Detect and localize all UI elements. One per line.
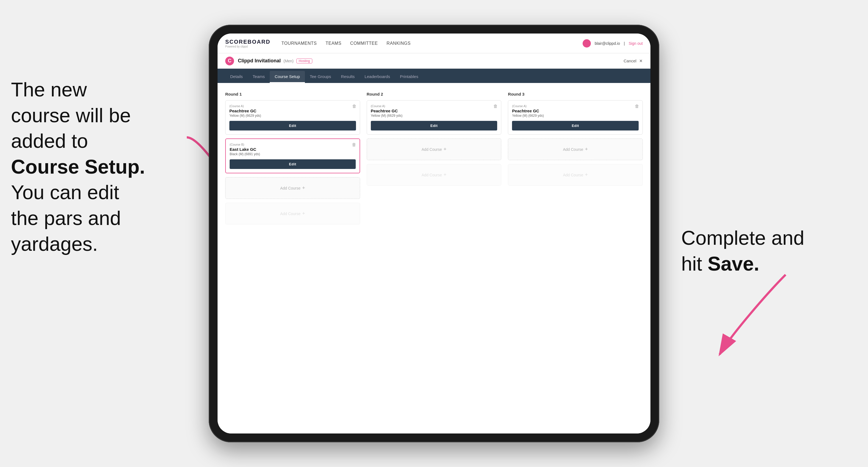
round1-add-course-1-label: Add Course: [280, 186, 301, 190]
nav-avatar: [583, 39, 591, 48]
round2-course-a-edit-button[interactable]: Edit: [371, 121, 497, 130]
tablet-frame: SCOREBOARD Powered by clippd TOURNAMENTS…: [209, 25, 659, 442]
scoreboard-logo: SCOREBOARD Powered by clippd: [225, 39, 270, 48]
round2-add-course-2-plus-icon: +: [444, 172, 446, 178]
nav-link-rankings[interactable]: RANKINGS: [386, 41, 411, 46]
round3-add-course-2-label: Add Course: [563, 173, 583, 177]
round1-course-b-card: 🗑 (Course B) East Lake GC Black (M) (689…: [225, 138, 360, 173]
round3-add-course-1[interactable]: Add Course +: [508, 138, 643, 160]
tab-course-setup[interactable]: Course Setup: [270, 71, 305, 83]
nav-link-committee[interactable]: COMMITTEE: [350, 41, 378, 46]
tabs-bar: Details Teams Course Setup Tee Groups Re…: [218, 69, 650, 83]
round2-add-course-2-label: Add Course: [422, 173, 442, 177]
annotation-left-text: The new course will be added to Course S…: [11, 79, 145, 255]
round2-add-course-1-plus-icon: +: [444, 147, 446, 152]
round1-course-b-label: (Course B): [229, 143, 356, 146]
arrow-right-icon: [709, 269, 802, 363]
round2-add-course-1-label: Add Course: [422, 147, 442, 152]
round3-course-a-delete-icon[interactable]: 🗑: [635, 104, 639, 109]
round3-course-a-card: 🗑 (Course A) Peachtree GC Yellow (M) (66…: [508, 100, 643, 134]
sign-out-link[interactable]: Sign out: [629, 41, 643, 45]
round3-course-a-info: Yellow (M) (6629 yds): [512, 114, 639, 118]
round2-course-a-label: (Course A): [371, 104, 497, 108]
round1-course-b-delete-icon[interactable]: 🗑: [352, 142, 356, 147]
round1-course-a-card: 🗑 (Course A) Peachtree GC Yellow (M) (66…: [225, 100, 360, 134]
round3-course-a-label: (Course A): [512, 104, 639, 108]
round2-course-a-card: 🗑 (Course A) Peachtree GC Yellow (M) (66…: [367, 100, 502, 134]
tab-teams[interactable]: Teams: [248, 71, 270, 83]
round2-course-a-info: Yellow (M) (6629 yds): [371, 114, 497, 118]
round-2-title: Round 2: [367, 92, 502, 96]
round1-add-course-1-plus-icon: +: [302, 185, 305, 191]
round-3-title: Round 3: [508, 92, 643, 96]
round1-course-b-info: Black (M) (6891 yds): [229, 152, 356, 156]
annotation-right-text: Complete and hit Save.: [681, 227, 804, 275]
round3-add-course-1-label: Add Course: [563, 147, 583, 152]
tournament-tag: (Men): [283, 59, 293, 63]
user-email: blair@clippd.io: [595, 41, 620, 45]
round1-course-a-delete-icon[interactable]: 🗑: [352, 104, 356, 109]
round1-add-course-2-plus-icon: +: [302, 211, 305, 216]
round-1-title: Round 1: [225, 92, 360, 96]
round2-add-course-1[interactable]: Add Course +: [367, 138, 502, 160]
round1-course-b-edit-button[interactable]: Edit: [229, 159, 356, 169]
sub-header: C Clippd Invitational (Men) Hosting Canc…: [218, 53, 650, 69]
round1-course-a-name: Peachtree GC: [229, 108, 356, 113]
pipe-separator: |: [624, 41, 625, 45]
round1-course-a-edit-button[interactable]: Edit: [229, 121, 356, 130]
round1-add-course-1[interactable]: Add Course +: [225, 177, 360, 199]
logo-title: SCOREBOARD: [225, 39, 270, 45]
round3-add-course-2-plus-icon: +: [585, 172, 588, 178]
nav-user: blair@clippd.io | Sign out: [583, 39, 643, 48]
nav-link-tournaments[interactable]: TOURNAMENTS: [281, 41, 317, 46]
content-area: Round 1 🗑 (Course A) Peachtree GC Yellow…: [218, 83, 650, 434]
round2-course-a-delete-icon[interactable]: 🗑: [493, 104, 498, 109]
annotation-left: The new course will be added to Course S…: [11, 77, 198, 257]
cancel-icon: ✕: [639, 59, 643, 63]
logo-subtitle: Powered by clippd: [225, 45, 270, 48]
tournament-title: Clippd Invitational: [238, 58, 281, 64]
round1-course-a-info: Yellow (M) (6629 yds): [229, 114, 356, 118]
round3-course-a-edit-button[interactable]: Edit: [512, 121, 639, 130]
tab-details[interactable]: Details: [225, 71, 248, 83]
round1-add-course-2: Add Course +: [225, 203, 360, 224]
sub-header-logo: C: [225, 57, 234, 65]
hosting-badge: Hosting: [297, 59, 313, 63]
nav-bar: SCOREBOARD Powered by clippd TOURNAMENTS…: [218, 33, 650, 53]
tablet-screen: SCOREBOARD Powered by clippd TOURNAMENTS…: [218, 33, 650, 434]
round-2-column: Round 2 🗑 (Course A) Peachtree GC Yellow…: [367, 92, 502, 425]
tab-results[interactable]: Results: [336, 71, 360, 83]
nav-links: TOURNAMENTS TEAMS COMMITTEE RANKINGS: [281, 41, 582, 46]
round1-course-a-label: (Course A): [229, 104, 356, 108]
round3-add-course-2: Add Course +: [508, 164, 643, 186]
round3-course-a-name: Peachtree GC: [512, 108, 639, 113]
cancel-button[interactable]: Cancel ✕: [622, 59, 643, 63]
round-1-column: Round 1 🗑 (Course A) Peachtree GC Yellow…: [225, 92, 360, 425]
tab-leaderboards[interactable]: Leaderboards: [360, 71, 395, 83]
round3-add-course-1-plus-icon: +: [585, 147, 588, 152]
nav-link-teams[interactable]: TEAMS: [326, 41, 341, 46]
round-3-column: Round 3 🗑 (Course A) Peachtree GC Yellow…: [508, 92, 643, 425]
tab-printables[interactable]: Printables: [395, 71, 423, 83]
round1-course-b-name: East Lake GC: [229, 147, 356, 152]
round1-add-course-2-label: Add Course: [280, 212, 301, 216]
round2-course-a-name: Peachtree GC: [371, 108, 497, 113]
round2-add-course-2: Add Course +: [367, 164, 502, 186]
tab-tee-groups[interactable]: Tee Groups: [305, 71, 336, 83]
